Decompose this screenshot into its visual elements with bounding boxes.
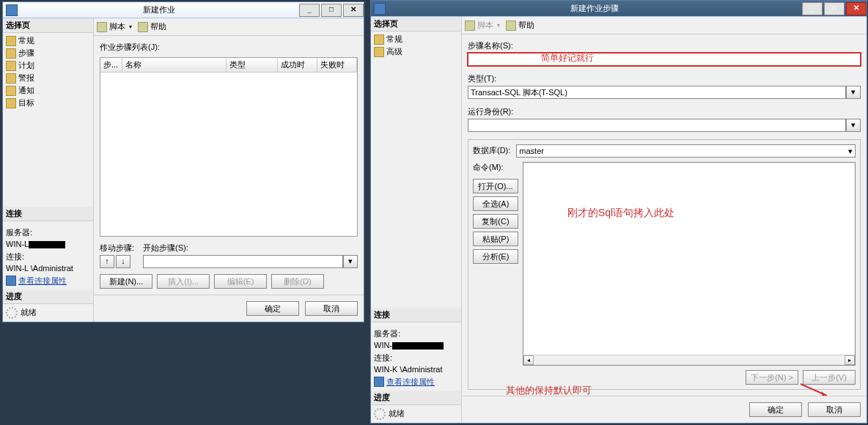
connection-header: 连接: [3, 207, 93, 221]
window-title: 新建作业: [21, 4, 298, 15]
runas-select[interactable]: [468, 119, 846, 132]
database-select[interactable]: master▾: [516, 144, 856, 158]
server-value: WIN-L: [6, 240, 90, 248]
step-list-label: 作业步骤列表(J):: [100, 42, 358, 53]
page-targets[interactable]: 目标: [4, 97, 92, 109]
titlebar[interactable]: 新建作业步骤 _ □ ✕: [371, 1, 867, 17]
paste-button[interactable]: 粘贴(P): [473, 232, 518, 246]
move-steps-row: 移动步骤: ↑ ↓ 开始步骤(S): ▾: [100, 243, 358, 268]
cancel-button[interactable]: 取消: [305, 301, 358, 316]
dropdown-icon[interactable]: ▾: [846, 86, 861, 99]
type-select[interactable]: Transact-SQL 脚本(T-SQL): [468, 86, 846, 99]
titlebar[interactable]: 新建作业 _ □ ✕: [3, 2, 364, 18]
next-button[interactable]: 下一步(N) >: [746, 370, 798, 385]
ok-button[interactable]: 确定: [749, 402, 802, 417]
dialog-body: 选择页 常规 高级 连接 服务器: WIN- 连接: WIN-K \Admini…: [371, 17, 867, 423]
dialog-new-job: 新建作业 _ □ ✕ 选择页 常规 步骤 计划 警报 通知 目标 连接 服务器:…: [2, 1, 364, 322]
maximize-button[interactable]: □: [321, 4, 342, 17]
script-button[interactable]: 脚本: [97, 21, 132, 32]
type-row: 类型(T): Transact-SQL 脚本(T-SQL)▾: [468, 73, 861, 99]
dialog-footer: 确定 取消: [462, 396, 867, 423]
page-schedules[interactable]: 计划: [4, 59, 92, 72]
content-area: 步骤名称(S): 简单好记就行 类型(T): Transact-SQL 脚本(T…: [462, 34, 867, 396]
connection-info: 服务器: WIN-L 连接: WIN-L \Administrat 查看连接属性: [3, 221, 93, 289]
select-page-header: 选择页: [371, 17, 461, 32]
page-list: 常规 步骤 计划 警报 通知 目标: [3, 33, 93, 207]
dropdown-icon[interactable]: ▾: [846, 119, 861, 132]
col-name[interactable]: 名称: [122, 58, 227, 72]
script-icon: [465, 21, 475, 31]
help-icon: [506, 21, 516, 31]
ok-button[interactable]: 确定: [246, 301, 299, 316]
start-step-select[interactable]: [143, 255, 343, 268]
maximize-button[interactable]: □: [824, 2, 845, 15]
annotation-bottom: 其他的保持默认即可: [506, 384, 592, 396]
database-row: 数据库(D): master▾: [473, 144, 856, 158]
new-step-button[interactable]: 新建(N)...: [100, 274, 152, 289]
move-up-button[interactable]: ↑: [100, 255, 114, 268]
page-notifications[interactable]: 通知: [4, 84, 92, 97]
page-advanced[interactable]: 高级: [372, 45, 460, 58]
minimize-button[interactable]: _: [299, 4, 320, 17]
insert-step-button[interactable]: 插入(I)...: [157, 274, 210, 289]
link-icon: [6, 276, 16, 286]
delete-step-button[interactable]: 删除(D): [271, 274, 324, 289]
page-icon: [6, 86, 16, 96]
command-editor[interactable]: 刚才的Sql语句拷入此处 ◂ ▸: [523, 162, 856, 366]
minimize-button[interactable]: _: [802, 2, 823, 15]
step-table[interactable]: 步... 名称 类型 成功时 失败时: [100, 57, 358, 237]
view-connection-link[interactable]: 查看连接属性: [374, 377, 458, 388]
help-icon: [138, 22, 148, 32]
spinner-icon: [6, 307, 18, 319]
app-icon: [6, 4, 18, 16]
col-fail[interactable]: 失败时: [317, 58, 357, 72]
page-general[interactable]: 常规: [372, 33, 460, 45]
selectall-button[interactable]: 全选(A): [473, 196, 518, 211]
command-fieldset: 数据库(D): master▾ 命令(M): 打开(O)... 全选(A) 复制…: [468, 139, 861, 390]
right-pane: 脚本 帮助 步骤名称(S): 简单好记就行 类型(T): Transact-SQ…: [462, 17, 867, 423]
progress-status: 就绪: [389, 409, 405, 418]
connection-header: 连接: [371, 308, 461, 322]
connection-value: WIN-L \Administrat: [6, 264, 90, 273]
left-pane: 选择页 常规 步骤 计划 警报 通知 目标 连接 服务器: WIN-L 连接: …: [3, 18, 94, 322]
close-button[interactable]: ✕: [846, 2, 867, 15]
help-button[interactable]: 帮助: [138, 21, 166, 32]
cancel-button[interactable]: 取消: [808, 402, 861, 417]
col-step[interactable]: 步...: [100, 58, 122, 72]
page-general[interactable]: 常规: [4, 34, 92, 47]
move-down-button[interactable]: ↓: [116, 255, 130, 268]
script-icon: [97, 22, 107, 32]
view-connection-link[interactable]: 查看连接属性: [6, 276, 90, 287]
progress-status: 就绪: [21, 308, 37, 317]
col-type[interactable]: 类型: [227, 58, 278, 72]
progress-info: 就绪: [3, 304, 93, 322]
page-icon: [6, 61, 16, 71]
step-buttons: 新建(N)... 插入(I)... 编辑(E) 删除(D): [100, 274, 358, 289]
col-success[interactable]: 成功时: [278, 58, 317, 72]
step-name-input[interactable]: [468, 53, 861, 66]
toolbar: 脚本 帮助: [462, 17, 867, 34]
spinner-icon: [374, 408, 386, 420]
prev-button[interactable]: 上一步(V): [803, 370, 856, 385]
page-icon: [374, 47, 384, 57]
help-button[interactable]: 帮助: [506, 20, 534, 31]
edit-step-button[interactable]: 编辑(E): [214, 274, 267, 289]
content-area: 作业步骤列表(J): 步... 名称 类型 成功时 失败时 移动步骤: ↑: [94, 36, 364, 295]
page-steps[interactable]: 步骤: [4, 47, 92, 59]
page-alerts[interactable]: 警报: [4, 72, 92, 84]
connection-value: WIN-K \Administrat: [374, 365, 458, 374]
open-button[interactable]: 打开(O)...: [473, 179, 518, 193]
parse-button[interactable]: 分析(E): [473, 249, 518, 264]
scroll-right-icon[interactable]: ▸: [845, 355, 855, 365]
script-button[interactable]: 脚本: [465, 20, 500, 31]
annotation-command: 刚才的Sql语句拷入此处: [567, 207, 674, 220]
command-textarea[interactable]: [523, 163, 855, 355]
dialog-body: 选择页 常规 步骤 计划 警报 通知 目标 连接 服务器: WIN-L 连接: …: [3, 18, 364, 322]
page-icon: [374, 34, 384, 45]
h-scrollbar[interactable]: ◂ ▸: [523, 355, 855, 365]
page-icon: [6, 98, 16, 108]
scroll-left-icon[interactable]: ◂: [523, 355, 534, 365]
dropdown-icon[interactable]: ▾: [343, 255, 358, 268]
close-button[interactable]: ✕: [343, 4, 364, 17]
copy-button[interactable]: 复制(C): [473, 214, 518, 229]
